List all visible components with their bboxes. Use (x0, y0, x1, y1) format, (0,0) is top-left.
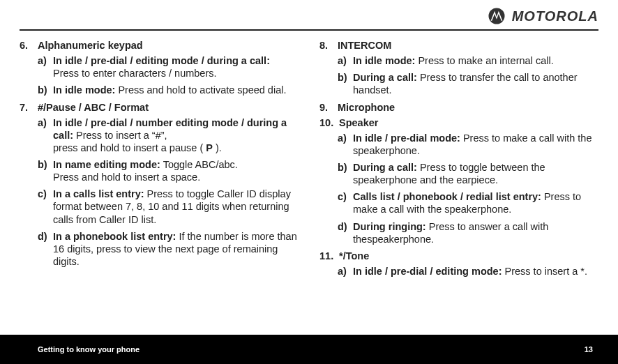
sub-text: Press and hold to insert a space. (53, 172, 200, 183)
item-6-sublist: a) In idle / pre-dial / editing mode / d… (20, 54, 299, 96)
page-footer: Getting to know your phone 13 (0, 335, 618, 364)
sub-lead: In idle mode: (53, 84, 115, 96)
sub-letter: d) (338, 220, 353, 245)
sub-letter: d) (38, 230, 53, 268)
item-title: Microphone (338, 101, 395, 114)
sub-text: Press and hold to activate speed dial. (115, 84, 286, 96)
item-number: 8. (319, 39, 338, 52)
item-9: 9. Microphone (319, 101, 598, 114)
item-6: 6. Alphanumeric keypad (20, 39, 299, 52)
item-title: Speaker (339, 116, 378, 129)
sub-letter: b) (338, 71, 353, 96)
item-11-sublist: a) In idle / pre-dial / editing mode: Pr… (319, 265, 598, 278)
sub-text: Press to enter characters / numbers. (53, 68, 217, 79)
sub-lead: During a call: (353, 72, 417, 83)
sub-letter: a) (338, 54, 353, 67)
sub-lead: Calls list / phonebook / redial list ent… (353, 191, 541, 202)
page: MOTOROLA 6. Alphanumeric keypad a) In id… (0, 0, 618, 335)
sub-lead: In a calls list entry: (53, 188, 144, 199)
sub-body: During a call: Press to toggle between t… (353, 161, 598, 186)
sub-letter: b) (338, 161, 353, 186)
sub-body: In idle mode: Press and hold to activate… (53, 84, 299, 96)
sub-letter: c) (338, 190, 353, 215)
sub-text: press and hold to insert a pause ( (53, 142, 206, 153)
sub-body: In idle / pre-dial / editing mode / duri… (53, 54, 299, 79)
sub-body: During ringing: Press to answer a call w… (353, 220, 598, 245)
sub-letter: a) (338, 132, 353, 157)
item-number: 11. (319, 250, 339, 262)
bold-p: P (206, 142, 213, 153)
item-11: 11. */Tone (319, 250, 598, 262)
list-item: b) In name editing mode: Toggle ABC/abc.… (38, 158, 299, 183)
sub-body: In name editing mode: Toggle ABC/abc.Pre… (53, 158, 299, 183)
list-item: b) During a call: Press to toggle betwee… (338, 161, 598, 186)
motorola-logo-icon (488, 8, 505, 24)
list-item: a) In idle / pre-dial / editing mode / d… (38, 54, 299, 79)
item-title: Alphanumeric keypad (38, 39, 143, 52)
item-number: 7. (20, 101, 38, 114)
list-item: b) During a call: Press to transfer the … (338, 71, 598, 96)
sub-body: In idle / pre-dial / editing mode: Press… (353, 265, 598, 278)
item-10-sublist: a) In idle / pre-dial mode: Press to mak… (319, 132, 598, 245)
sub-text: Press to insert a “#”, (73, 130, 167, 141)
sub-text: ). (213, 142, 222, 153)
list-item: d) During ringing: Press to answer a cal… (338, 220, 598, 245)
footer-page-number: 13 (585, 345, 593, 354)
sub-lead: In idle / pre-dial mode: (353, 132, 460, 144)
footer-section: Getting to know your phone (38, 345, 140, 354)
sub-body: In a calls list entry: Press to toggle C… (53, 188, 299, 225)
sub-lead: During a call: (353, 162, 417, 173)
left-column: 6. Alphanumeric keypad a) In idle / pre-… (20, 39, 299, 282)
item-8-sublist: a) In idle mode: Press to make an intern… (319, 54, 598, 96)
sub-body: In idle / pre-dial mode: Press to make a… (353, 132, 598, 157)
item-title: #/Pause / ABC / Format (38, 101, 149, 114)
item-number: 9. (319, 101, 338, 114)
item-number: 10. (319, 116, 339, 129)
sub-body: In a phonebook list entry: If the number… (53, 230, 299, 268)
item-10: 10. Speaker (319, 116, 598, 129)
sub-text: Press to insert a *. (502, 266, 588, 277)
list-item: d) In a phonebook list entry: If the num… (38, 230, 299, 268)
sub-lead: During ringing: (353, 221, 426, 232)
header: MOTOROLA (20, 6, 598, 26)
sub-letter: c) (38, 188, 53, 225)
list-item: b) In idle mode: Press and hold to activ… (38, 84, 299, 96)
sub-letter: b) (38, 158, 53, 183)
svg-point-0 (488, 8, 504, 24)
item-title: */Tone (339, 250, 369, 262)
item-7: 7. #/Pause / ABC / Format (20, 101, 299, 114)
sub-text: Press to make an internal call. (415, 55, 553, 66)
item-7-sublist: a) In idle / pre-dial / number editing m… (20, 116, 299, 268)
sub-body: Calls list / phonebook / redial list ent… (353, 190, 598, 215)
sub-letter: a) (38, 116, 53, 154)
content-columns: 6. Alphanumeric keypad a) In idle / pre-… (20, 31, 598, 282)
item-title: INTERCOM (338, 39, 391, 52)
sub-lead: In name editing mode: (53, 159, 160, 170)
sub-letter: a) (338, 265, 353, 278)
sub-lead: In idle / pre-dial / editing mode / duri… (53, 55, 270, 66)
sub-body: During a call: Press to transfer the cal… (353, 71, 598, 96)
list-item: c) In a calls list entry: Press to toggl… (38, 188, 299, 225)
sub-lead: In idle mode: (353, 55, 415, 66)
list-item: c) Calls list / phonebook / redial list … (338, 190, 598, 215)
sub-lead: In idle / pre-dial / editing mode: (353, 266, 502, 277)
brand-wordmark: MOTOROLA (512, 8, 598, 24)
sub-text: Toggle ABC/abc. (160, 159, 238, 170)
right-column: 8. INTERCOM a) In idle mode: Press to ma… (319, 39, 598, 282)
list-item: a) In idle / pre-dial / number editing m… (38, 116, 299, 154)
sub-letter: a) (38, 54, 53, 79)
sub-lead: In a phonebook list entry: (53, 231, 176, 242)
item-8: 8. INTERCOM (319, 39, 598, 52)
sub-body: In idle mode: Press to make an internal … (353, 54, 598, 67)
list-item: a) In idle / pre-dial / editing mode: Pr… (338, 265, 598, 278)
list-item: a) In idle / pre-dial mode: Press to mak… (338, 132, 598, 157)
item-number: 6. (20, 39, 38, 52)
sub-letter: b) (38, 84, 53, 96)
sub-body: In idle / pre-dial / number editing mode… (53, 116, 299, 154)
list-item: a) In idle mode: Press to make an intern… (338, 54, 598, 67)
